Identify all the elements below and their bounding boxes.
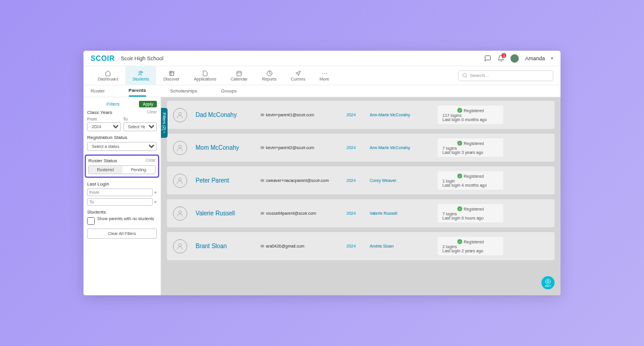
parent-row[interactable]: Dad McConahy ✉kevin+parent1@scoir.com 20…	[167, 101, 555, 129]
parents-list: Dad McConahy ✉kevin+parent1@scoir.com 20…	[161, 97, 561, 295]
chevron-down-icon[interactable]: ▾	[551, 56, 553, 61]
svg-point-9	[179, 145, 182, 148]
sub-nav: Roster Parents Scholarships Groups	[83, 85, 561, 97]
students-title: Students	[87, 209, 106, 215]
student-link[interactable]: Ann-Marie McConahy	[370, 146, 429, 150]
svg-line-7	[466, 76, 467, 78]
mail-icon: ✉	[261, 113, 264, 118]
roster-pending-toggle[interactable]: Pending	[122, 166, 156, 174]
mail-icon: ✉	[261, 244, 264, 249]
last-login-to[interactable]	[87, 198, 153, 206]
clear-to-icon[interactable]: ×	[154, 199, 157, 205]
parent-email: ✉kevin+parent2@scoir.com	[261, 146, 338, 150]
no-students-checkbox[interactable]: Show parents with no students	[87, 217, 157, 225]
clear-all-button[interactable]: Clear All Filters	[87, 228, 157, 239]
main-nav: Dashboard Students Discover Applications…	[83, 66, 561, 85]
status-card: ✓Registered 2 logins Last login 2 years …	[438, 237, 503, 255]
user-name[interactable]: Amanda	[525, 55, 545, 61]
svg-rect-2	[169, 71, 174, 75]
notif-badge: 1	[501, 53, 506, 58]
chevron-left-icon: ‹	[162, 132, 166, 133]
parent-email: ✉cweaver+nacacparent@scoir.com	[261, 178, 338, 183]
parent-name[interactable]: Mom McConahy	[196, 144, 252, 151]
nav-comms[interactable]: Comms	[284, 66, 312, 85]
roster-title: Roster Status	[88, 158, 117, 163]
class-years-title: Class Years	[87, 110, 112, 115]
avatar-icon	[173, 174, 187, 188]
parent-email: ✉ara0426@gmail.com	[261, 244, 338, 249]
nav-more[interactable]: ⋯More	[312, 66, 336, 85]
last-login-from[interactable]	[87, 189, 153, 196]
nav-reports[interactable]: Reports	[255, 66, 284, 85]
parent-row[interactable]: Peter Parent ✉cweaver+nacacparent@scoir.…	[167, 166, 555, 194]
class-year: 2024	[346, 244, 361, 248]
avatar[interactable]	[510, 54, 519, 63]
chat-icon[interactable]	[484, 55, 491, 62]
bell-icon[interactable]: 1	[497, 55, 504, 62]
class-year: 2024	[346, 211, 361, 215]
registration-title: Registration Status	[87, 135, 128, 140]
parent-name[interactable]: Peter Parent	[196, 177, 252, 184]
svg-point-6	[463, 73, 466, 77]
nav-dashboard[interactable]: Dashboard	[91, 66, 125, 85]
class-year: 2024	[346, 113, 361, 117]
apply-button[interactable]: Apply	[139, 101, 157, 107]
class-year-from[interactable]: 2024	[87, 122, 121, 131]
check-icon: ✓	[457, 206, 462, 211]
parent-row[interactable]: Valerie Russell ✉vrussell4parent@scoir.c…	[167, 199, 555, 227]
status-card: ✓Registered 7 logins Last login 6 hours …	[438, 204, 503, 223]
check-icon: ✓	[457, 108, 462, 113]
svg-point-8	[179, 112, 182, 115]
svg-point-11	[179, 211, 182, 214]
class-year-to[interactable]: Select Year	[123, 122, 157, 131]
mail-icon: ✉	[261, 211, 264, 216]
help-fab[interactable]: HELP	[541, 276, 555, 289]
parent-row[interactable]: Brant Sloan ✉ara0426@gmail.com 2024 Andr…	[167, 232, 555, 260]
avatar-icon	[173, 108, 187, 122]
registration-select[interactable]: Select a status	[87, 142, 157, 151]
clear-from-icon[interactable]: ×	[154, 190, 157, 195]
roster-clear[interactable]: Clear	[145, 158, 156, 163]
svg-point-0	[139, 71, 141, 73]
student-link[interactable]: Corey Weaver	[370, 178, 429, 183]
parent-email: ✉kevin+parent1@scoir.com	[261, 113, 338, 118]
check-icon: ✓	[457, 141, 462, 146]
search-input[interactable]: Search...	[458, 70, 553, 81]
parent-name[interactable]: Dad McConahy	[196, 112, 252, 118]
nav-calendar[interactable]: Calendar	[224, 66, 255, 85]
status-card: ✓Registered 1 login Last login 4 months …	[438, 171, 503, 190]
student-link[interactable]: Ann-Marie McConahy	[370, 113, 429, 117]
search-icon	[462, 73, 467, 78]
nav-discover[interactable]: Discover	[156, 66, 187, 85]
parent-email: ✉vrussell4parent@scoir.com	[261, 211, 338, 216]
status-card: ✓Registered 7 logins Last login 3 years …	[438, 138, 503, 157]
check-icon: ✓	[457, 239, 462, 244]
roster-rostered-toggle[interactable]: Rostered	[89, 166, 122, 174]
logo[interactable]: SCOIR	[91, 54, 115, 63]
tab-scholarships[interactable]: Scholarships	[170, 85, 197, 97]
student-link[interactable]: Andria Sloan	[370, 244, 429, 248]
svg-point-10	[179, 178, 182, 181]
parent-name[interactable]: Valerie Russell	[196, 210, 252, 217]
tab-parents[interactable]: Parents	[129, 85, 146, 97]
roster-status-section: Roster StatusClear Rostered Pending	[85, 155, 159, 178]
svg-point-1	[141, 71, 143, 73]
mail-icon: ✉	[261, 178, 264, 183]
parent-row[interactable]: Mom McConahy ✉kevin+parent2@scoir.com 20…	[167, 134, 555, 162]
parent-name[interactable]: Brant Sloan	[196, 243, 252, 249]
school-name: Scoir High School	[121, 55, 164, 61]
status-card: ✓Registered 117 logins Last login 6 mont…	[438, 106, 503, 124]
class-years-clear[interactable]: Clear	[147, 110, 157, 115]
last-login-title: Last Login	[87, 181, 109, 187]
tab-roster[interactable]: Roster	[91, 85, 105, 97]
student-link[interactable]: Valerie Russell	[370, 211, 429, 215]
top-header: SCOIR Scoir High School 1 Amanda ▾	[83, 51, 561, 66]
nav-students[interactable]: Students	[125, 66, 156, 85]
nav-applications[interactable]: Applications	[187, 66, 224, 85]
help-icon	[545, 279, 551, 285]
mail-icon: ✉	[261, 146, 264, 150]
tab-groups[interactable]: Groups	[221, 85, 237, 97]
filters-collapse-tab[interactable]: Filters (2) ‹	[161, 108, 168, 138]
check-icon: ✓	[457, 174, 462, 178]
filters-sidebar: Filters Apply Class YearsClear From To 2…	[83, 97, 161, 295]
